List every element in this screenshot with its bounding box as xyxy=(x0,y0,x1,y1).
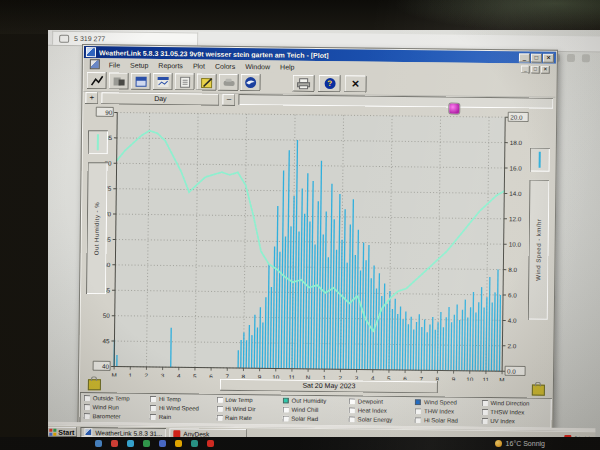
checkbox[interactable] xyxy=(481,408,487,414)
menu-window[interactable]: Window xyxy=(245,63,270,70)
noaa-icon[interactable] xyxy=(241,74,261,91)
bulletin-icon[interactable] xyxy=(87,72,107,89)
host-taskbar-icon[interactable] xyxy=(175,440,182,447)
child-minimize-button[interactable]: _ xyxy=(521,65,530,73)
child-restore-button[interactable]: □ xyxy=(531,66,540,74)
zoom-out-button[interactable]: – xyxy=(222,93,235,105)
browse-icon[interactable] xyxy=(131,73,151,90)
plot-variable-dewpoint[interactable]: Dewpoint xyxy=(349,398,415,405)
child-close-button[interactable]: ✕ xyxy=(541,66,550,74)
right-axis-tick: 12.0 xyxy=(509,215,522,222)
checkbox[interactable] xyxy=(84,395,90,401)
plot-variable-wind-direction[interactable]: Wind Direction xyxy=(481,399,547,406)
checkbox[interactable] xyxy=(415,417,421,423)
plot-variable-wind-speed[interactable]: Wind Speed xyxy=(415,399,481,406)
anydesk-toolbar-icon[interactable] xyxy=(582,54,590,62)
checkbox[interactable] xyxy=(216,405,222,411)
plot-variable-barometer[interactable]: Barometer xyxy=(83,413,149,420)
plot-variable-hi-solar-rad[interactable]: Hi Solar Rad xyxy=(415,417,481,424)
checkbox[interactable] xyxy=(216,414,222,420)
checkbox[interactable] xyxy=(415,399,421,405)
menu-colors[interactable]: Colors xyxy=(215,62,235,69)
start-button[interactable]: Start xyxy=(48,427,77,437)
right-lock-icon[interactable] xyxy=(532,385,545,396)
host-taskbar-icon[interactable] xyxy=(143,440,150,447)
checkbox[interactable] xyxy=(282,406,288,412)
period-selector[interactable]: Day xyxy=(101,92,219,105)
menu-file[interactable]: File xyxy=(109,61,120,68)
plot-variable-solar-rad[interactable]: Solar Rad xyxy=(282,415,348,422)
zoom-in-button[interactable]: + xyxy=(85,92,98,104)
plot-canvas[interactable]: 908580757065605550454020.018.016.014.012… xyxy=(80,104,529,381)
plot-variable-out-humidity[interactable]: Out Humidity xyxy=(283,397,349,404)
checkbox[interactable] xyxy=(283,397,289,403)
wind-bar xyxy=(237,350,239,368)
checkbox[interactable] xyxy=(481,399,487,405)
left-lock-icon[interactable] xyxy=(88,379,101,390)
checkbox[interactable] xyxy=(415,408,421,414)
notes-icon[interactable] xyxy=(197,73,217,90)
menu-plot[interactable]: Plot xyxy=(193,62,205,69)
menu-reports[interactable]: Reports xyxy=(158,61,183,68)
right-axis-tick: 14.0 xyxy=(509,190,522,197)
checkbox[interactable] xyxy=(150,395,156,401)
plot-variable-solar-energy[interactable]: Solar Energy xyxy=(349,416,415,423)
mdi-child-icon[interactable] xyxy=(90,59,100,69)
checkbox[interactable] xyxy=(349,407,355,413)
wind-bar xyxy=(116,355,117,366)
maximize-button[interactable]: □ xyxy=(531,53,542,62)
help-icon[interactable]: ? xyxy=(319,75,341,92)
minimize-button[interactable]: _ xyxy=(519,53,530,62)
menu-setup[interactable]: Setup xyxy=(130,61,148,68)
report-icon[interactable] xyxy=(175,73,195,90)
right-axis-label: Wind Speed - km/hr xyxy=(528,180,550,320)
host-taskbar-icon[interactable] xyxy=(95,440,102,447)
plot-variable-low-temp[interactable]: Low Temp xyxy=(216,396,282,403)
summary-icon[interactable] xyxy=(109,72,129,89)
host-weather-widget[interactable]: 16°C Sonnig xyxy=(495,440,545,447)
plot-variable-thsw-index[interactable]: THSW Index xyxy=(481,408,547,415)
menu-help[interactable]: Help xyxy=(280,63,294,70)
host-taskbar-icon[interactable] xyxy=(127,440,134,447)
plot-variable-heat-index[interactable]: Heat Index xyxy=(349,407,415,414)
plot-variable-thw-index[interactable]: THW Index xyxy=(415,408,481,415)
print-icon[interactable] xyxy=(293,75,315,92)
weatherlink-app-icon xyxy=(86,47,96,57)
chart-tool-icon[interactable] xyxy=(449,104,459,114)
host-taskbar-icon[interactable] xyxy=(111,440,118,447)
checkbox[interactable] xyxy=(150,413,156,419)
checkbox[interactable] xyxy=(282,415,288,421)
plot-variable-hi-wind-dir[interactable]: Hi Wind Dir xyxy=(216,405,282,412)
task-button-anydesk[interactable]: AnyDesk xyxy=(169,428,247,437)
plot-variable-outside-temp[interactable]: Outside Temp xyxy=(84,395,150,402)
plot-variable-wind-run[interactable]: Wind Run xyxy=(84,404,150,411)
checkbox-label: Hi Temp xyxy=(159,396,181,402)
host-taskbar-icon[interactable] xyxy=(191,440,198,447)
checkbox[interactable] xyxy=(216,396,222,402)
checkbox[interactable] xyxy=(481,417,487,423)
task-button-weatherlink[interactable]: WeatherLink 5.8.3 31... xyxy=(80,427,166,437)
checkbox-label: Solar Energy xyxy=(358,416,393,422)
checkbox-label: Low Temp xyxy=(225,396,252,402)
date-label[interactable]: Sat 20 May 2023 xyxy=(220,379,438,394)
plot-variable-wind-chill[interactable]: Wind Chill xyxy=(282,406,348,413)
plot-variable-hi-temp[interactable]: Hi Temp xyxy=(150,395,216,402)
plot-variable-rain-rate[interactable]: Rain Rate xyxy=(216,414,282,421)
host-taskbar-icon[interactable] xyxy=(159,440,166,447)
checkbox[interactable] xyxy=(83,413,89,419)
checkbox[interactable] xyxy=(150,404,156,410)
plot-variable-hi-wind-speed[interactable]: Hi Wind Speed xyxy=(150,404,216,411)
plot-variable-rain[interactable]: Rain xyxy=(150,413,216,420)
checkbox-label: Out Humidity xyxy=(292,397,327,403)
checkbox[interactable] xyxy=(349,416,355,422)
anydesk-toolbar-icon[interactable] xyxy=(567,54,575,62)
checkbox-label: Heat Index xyxy=(358,407,387,413)
close-plot-icon[interactable]: ✕ xyxy=(345,75,367,92)
close-button[interactable]: ✕ xyxy=(543,53,554,62)
checkbox[interactable] xyxy=(84,404,90,410)
checkbox[interactable] xyxy=(349,398,355,404)
host-taskbar-icon[interactable] xyxy=(207,440,214,447)
plot-icon[interactable] xyxy=(153,73,173,90)
plot-variable-uv-index[interactable]: UV Index xyxy=(481,417,547,424)
strip-chart-icon[interactable] xyxy=(219,74,239,91)
